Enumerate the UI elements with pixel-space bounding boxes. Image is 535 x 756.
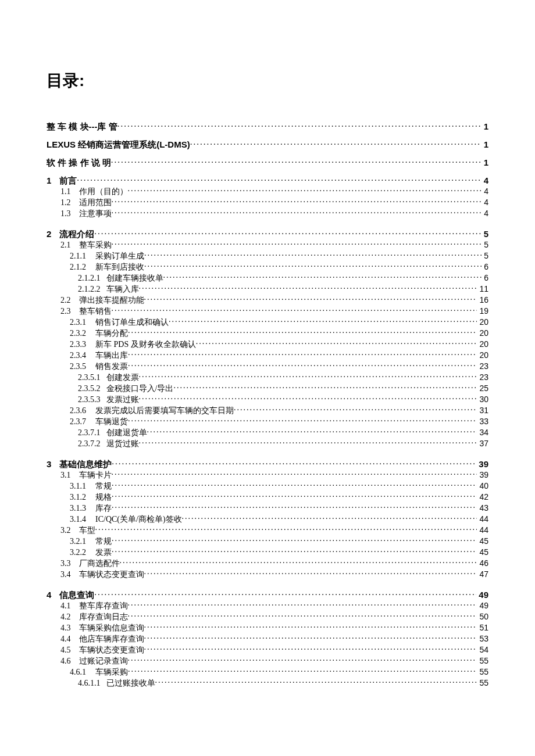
toc-entry-text: 整 车 模 块---库 管 bbox=[47, 121, 117, 132]
toc-body: 整 车 模 块---库 管1LEXUS 经销商运营管理系统(L-DMS)1软 件… bbox=[47, 121, 488, 689]
toc-entry-page: 1 bbox=[482, 157, 488, 168]
toc-entry-text: 前言 bbox=[59, 175, 77, 186]
toc-entry-page: 39 bbox=[476, 458, 488, 470]
toc-leader bbox=[120, 558, 477, 566]
toc-entry[interactable]: 1.3注意事项4 bbox=[47, 208, 488, 219]
toc-entry[interactable]: 3基础信息维护39 bbox=[47, 458, 488, 470]
toc-leader bbox=[163, 273, 482, 281]
toc-entry[interactable]: 1前言4 bbox=[47, 175, 488, 186]
toc-entry[interactable]: 2.3.3新车 PDS 及财务收全款确认20 bbox=[47, 339, 488, 350]
toc-entry[interactable]: 4.2库存查询日志50 bbox=[47, 611, 488, 622]
toc-entry[interactable]: LEXUS 经销商运营管理系统(L-DMS)1 bbox=[47, 139, 488, 150]
toc-entry-text: 新车到店接收 bbox=[95, 261, 144, 273]
toc-leader bbox=[128, 600, 477, 608]
toc-entry[interactable]: 4.3车辆采购信息查询51 bbox=[47, 622, 488, 633]
toc-entry[interactable]: 4.6.1.1已过账接收单55 bbox=[47, 678, 488, 689]
toc-entry[interactable]: 3.1.1常规40 bbox=[47, 481, 488, 492]
toc-leader bbox=[77, 175, 481, 184]
toc-entry-text: 他店车辆库存查询 bbox=[79, 633, 144, 644]
toc-entry-text: 金税接口导入/导出 bbox=[106, 383, 174, 394]
toc-entry-text: 车辆采购 bbox=[95, 667, 128, 678]
toc-entry[interactable]: 2.3.5.1创建发票23 bbox=[47, 372, 488, 383]
toc-entry[interactable]: 2.3.5.3发票过账30 bbox=[47, 394, 488, 405]
toc-entry-number: 3.1.1 bbox=[70, 481, 86, 492]
toc-entry-page: 51 bbox=[477, 622, 488, 633]
toc-entry[interactable]: 3.1.4IC/QC(关单/商检单)签收44 bbox=[47, 514, 488, 525]
toc-entry-page: 5 bbox=[482, 239, 488, 250]
toc-entry-number: 1.2 bbox=[60, 197, 71, 208]
toc-entry[interactable]: 1.2适用范围4 bbox=[47, 197, 488, 208]
toc-entry[interactable]: 2.3.7.2退货过账37 bbox=[47, 438, 488, 449]
toc-entry[interactable]: 3.1车辆卡片39 bbox=[47, 470, 488, 481]
toc-leader bbox=[128, 667, 477, 675]
toc-entry-text: 适用范围 bbox=[79, 197, 112, 208]
toc-entry-page: 23 bbox=[477, 361, 488, 372]
toc-leader bbox=[112, 492, 477, 500]
toc-entry-number: 3.1 bbox=[60, 470, 71, 481]
toc-entry-page: 23 bbox=[477, 372, 488, 383]
toc-entry-text: 车辆状态变更查询 bbox=[79, 644, 144, 655]
toc-entry[interactable]: 3.2.1常规45 bbox=[47, 536, 488, 547]
toc-entry-text: 新车 PDS 及财务收全款确认 bbox=[95, 339, 196, 350]
toc-leader bbox=[94, 228, 481, 237]
toc-entry[interactable]: 4.1整车库存查询49 bbox=[47, 600, 488, 611]
toc-entry[interactable]: 2.3.7.1创建退货单34 bbox=[47, 427, 488, 438]
toc-entry-page: 20 bbox=[477, 339, 488, 350]
toc-entry[interactable]: 2.1.2.1创建车辆接收单6 bbox=[47, 273, 488, 284]
toc-entry[interactable]: 整 车 模 块---库 管1 bbox=[47, 121, 488, 132]
toc-entry-page: 4 bbox=[482, 186, 488, 197]
toc-leader bbox=[173, 383, 477, 391]
toc-entry-page: 47 bbox=[477, 569, 488, 580]
toc-entry-text: 发票完成以后需要填写车辆的交车日期 bbox=[95, 405, 234, 416]
toc-entry[interactable]: 4.6过账记录查询55 bbox=[47, 655, 488, 667]
toc-entry[interactable]: 2.3.5.2金税接口导入/导出25 bbox=[47, 383, 488, 394]
toc-entry[interactable]: 4.6.1车辆采购55 bbox=[47, 667, 488, 678]
toc-entry[interactable]: 1.1作用（目的）4 bbox=[47, 186, 488, 197]
toc-entry-number: 1 bbox=[47, 175, 51, 186]
toc-entry-text: 发票过账 bbox=[106, 394, 139, 405]
toc-entry-number: 4.3 bbox=[60, 622, 71, 633]
toc-entry-text: LEXUS 经销商运营管理系统(L-DMS) bbox=[47, 139, 190, 150]
toc-entry[interactable]: 3.1.2规格42 bbox=[47, 492, 488, 503]
toc-entry[interactable]: 4信息查询49 bbox=[47, 589, 488, 600]
toc-entry-page: 44 bbox=[477, 525, 488, 536]
toc-leader bbox=[144, 633, 477, 642]
toc-entry-number: 3.1.4 bbox=[70, 514, 86, 525]
toc-entry[interactable]: 3.2.2发票45 bbox=[47, 547, 488, 558]
toc-entry[interactable]: 4.5车辆状态变更查询54 bbox=[47, 644, 488, 655]
toc-entry[interactable]: 2.3.4车辆出库20 bbox=[47, 350, 488, 361]
toc-entry-number: 2.3.7.1 bbox=[78, 427, 101, 438]
toc-entry[interactable]: 2.3.1销售订单生成和确认20 bbox=[47, 317, 488, 328]
toc-leader bbox=[112, 239, 482, 248]
toc-leader bbox=[112, 458, 476, 467]
toc-entry[interactable]: 软 件 操 作 说 明1 bbox=[47, 157, 488, 168]
toc-entry-number: 2.3 bbox=[60, 306, 71, 317]
toc-leader bbox=[144, 569, 477, 577]
toc-leader bbox=[112, 503, 477, 511]
toc-entry[interactable]: 2流程介绍5 bbox=[47, 228, 488, 239]
toc-entry[interactable]: 2.3.2车辆分配20 bbox=[47, 328, 488, 339]
toc-entry[interactable]: 2.1.2.2车辆入库11 bbox=[47, 284, 488, 295]
toc-entry[interactable]: 2.1.1采购订单生成5 bbox=[47, 250, 488, 261]
toc-leader bbox=[155, 678, 477, 686]
toc-leader bbox=[144, 644, 477, 653]
toc-entry[interactable]: 2.3整车销售19 bbox=[47, 306, 488, 317]
toc-entry[interactable]: 2.3.6发票完成以后需要填写车辆的交车日期31 bbox=[47, 405, 488, 416]
toc-leader bbox=[169, 317, 477, 325]
toc-entry[interactable]: 2.1整车采购5 bbox=[47, 239, 488, 250]
toc-entry[interactable]: 3.1.3库存43 bbox=[47, 503, 488, 514]
toc-entry[interactable]: 3.3厂商选配件46 bbox=[47, 558, 488, 569]
toc-entry[interactable]: 2.3.5销售发票23 bbox=[47, 361, 488, 372]
toc-entry[interactable]: 2.1.2新车到店接收6 bbox=[47, 261, 488, 273]
toc-entry[interactable]: 4.4他店车辆库存查询53 bbox=[47, 633, 488, 644]
toc-entry[interactable]: 3.4车辆状态变更查询47 bbox=[47, 569, 488, 580]
toc-entry-page: 55 bbox=[477, 655, 488, 667]
toc-entry-number: 2.2 bbox=[60, 295, 71, 306]
toc-entry[interactable]: 3.2车型44 bbox=[47, 525, 488, 536]
toc-entry[interactable]: 2.3.7车辆退货33 bbox=[47, 416, 488, 427]
toc-entry-text: 车辆状态变更查询 bbox=[79, 569, 144, 580]
toc-entry[interactable]: 2.2弹出接车提醒功能16 bbox=[47, 295, 488, 306]
toc-entry-page: 6 bbox=[482, 261, 488, 273]
toc-entry-text: 库存 bbox=[95, 503, 112, 514]
toc-entry-page: 53 bbox=[477, 633, 488, 644]
